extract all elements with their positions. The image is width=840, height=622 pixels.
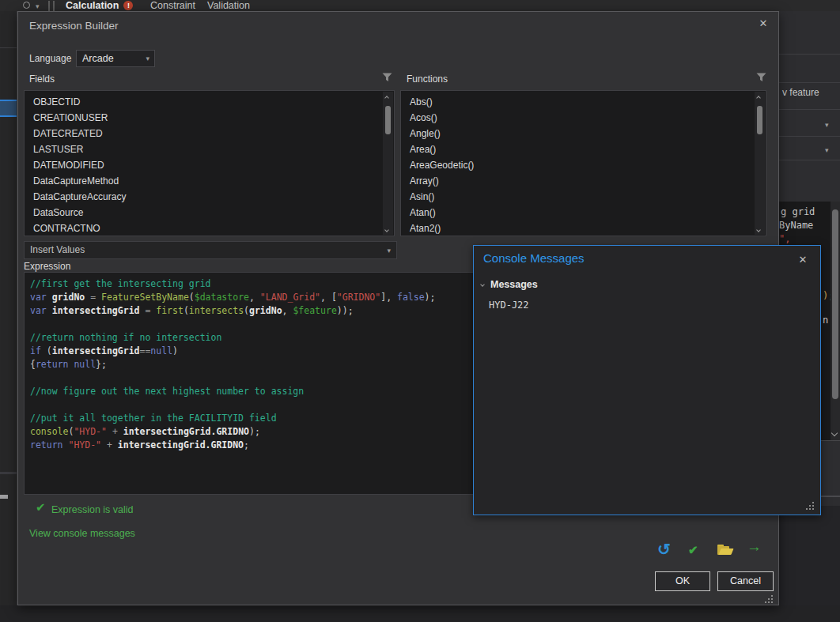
fields-scrollbar[interactable] — [383, 92, 393, 235]
function-item[interactable]: Acos() — [401, 110, 766, 126]
scroll-up-icon[interactable] — [384, 96, 389, 100]
code-fragment: g grid — [781, 206, 815, 217]
background-bottom-area — [0, 605, 840, 622]
fields-filter-icon[interactable] — [382, 73, 392, 82]
divider — [0, 47, 17, 48]
divider — [779, 160, 840, 160]
tab-validation[interactable]: Validation — [207, 0, 250, 11]
top-toolbar: ▾ Calculation ! Constraint Validation — [0, 0, 840, 11]
field-item[interactable]: DataCaptureMethod — [25, 173, 394, 189]
validation-status: Expression is valid — [51, 504, 134, 515]
field-item[interactable]: CREATIONUSER — [25, 110, 394, 126]
scrollbar-thumb[interactable] — [832, 209, 838, 399]
function-item[interactable]: Abs() — [401, 94, 766, 110]
insert-values-placeholder: Insert Values — [30, 244, 85, 255]
language-value: Arcade — [82, 53, 114, 64]
console-message-list: HYD-J22 — [474, 298, 820, 312]
console-window-title: Console Messages — [483, 251, 585, 265]
field-item[interactable]: DataSource — [25, 205, 394, 221]
field-item[interactable]: OBJECTID — [25, 94, 394, 110]
tab-label: Constraint — [150, 1, 195, 11]
undo-icon[interactable]: ↺ — [657, 540, 671, 559]
language-select[interactable]: Arcade ▾ — [76, 50, 155, 67]
view-console-messages-link[interactable]: View console messages — [29, 528, 135, 539]
console-message[interactable]: HYD-J22 — [474, 298, 820, 312]
scroll-down-icon[interactable] — [384, 228, 389, 232]
resize-grip[interactable] — [806, 502, 815, 511]
record-circle-icon[interactable] — [23, 2, 30, 9]
function-item[interactable]: Atan2() — [401, 221, 766, 236]
field-item[interactable]: CONTRACTNO — [25, 221, 394, 236]
divider — [779, 136, 840, 137]
function-item[interactable]: Asin() — [401, 189, 766, 205]
field-item[interactable]: LASTUSER — [25, 141, 394, 157]
cancel-button[interactable]: Cancel — [717, 571, 774, 591]
scrollbar-thumb[interactable] — [757, 106, 762, 134]
combo-caret-icon[interactable]: ▾ — [825, 147, 829, 154]
messages-group-label: Messages — [490, 279, 538, 290]
tab-constraint[interactable]: Constraint — [150, 0, 195, 11]
divider — [779, 82, 840, 83]
verify-check-icon[interactable]: ✔ — [688, 543, 698, 557]
scroll-down-icon[interactable] — [756, 228, 761, 232]
insert-values-select[interactable]: Insert Values ▾ — [24, 241, 397, 259]
messages-group-header[interactable]: Messages — [481, 279, 538, 290]
feature-text-fragment: v feature — [782, 87, 819, 98]
function-item[interactable]: Atan() — [401, 205, 766, 221]
separator — [48, 1, 50, 11]
expression-label: Expression — [24, 261, 70, 272]
dropdown-caret-icon[interactable]: ▾ — [36, 3, 40, 10]
background-scrollbar[interactable] — [831, 202, 840, 440]
function-item[interactable]: Angle() — [401, 126, 766, 141]
tab-calculation[interactable]: Calculation ! — [66, 0, 133, 11]
scrollbar-thumb[interactable] — [385, 106, 391, 134]
code-fragment: ); — [823, 290, 831, 301]
selected-rule-row[interactable] — [0, 100, 17, 117]
tab-label: Calculation — [66, 1, 119, 11]
ok-button[interactable]: OK — [655, 571, 710, 591]
fields-list: OBJECTIDCREATIONUSERDATECREATEDLASTUSERD… — [24, 90, 395, 236]
function-item[interactable]: AreaGeodetic() — [401, 157, 766, 173]
export-arrow-icon[interactable]: → — [747, 538, 762, 556]
functions-label: Functions — [407, 74, 448, 85]
chevron-down-icon — [480, 282, 485, 287]
functions-scrollbar[interactable] — [755, 92, 765, 235]
code-fragment: n — [823, 315, 828, 326]
dialog-title: Expression Builder — [29, 20, 119, 32]
close-icon[interactable]: ✕ — [754, 16, 773, 32]
chevron-down-icon: ▾ — [146, 55, 149, 62]
chevron-down-icon: ▾ — [387, 247, 391, 254]
divider — [779, 109, 840, 110]
open-folder-icon[interactable] — [717, 545, 732, 555]
valid-check-icon: ✔ — [36, 500, 46, 515]
resize-grip[interactable] — [765, 595, 774, 605]
field-item[interactable]: DataCaptureAccuracy — [25, 189, 394, 205]
console-messages-window: Console Messages ✕ Messages HYD-J22 — [473, 245, 821, 515]
background-fill — [779, 506, 840, 622]
splitter-handle[interactable] — [0, 495, 8, 499]
functions-list: Abs()Acos()Angle()Area()AreaGeodetic()Ar… — [400, 90, 766, 236]
language-label: Language — [29, 53, 71, 64]
divider — [0, 472, 17, 474]
tab-label: Validation — [207, 1, 250, 11]
scroll-down-icon[interactable] — [831, 430, 838, 436]
combo-caret-icon[interactable]: ▾ — [825, 122, 829, 129]
separator — [53, 1, 55, 11]
error-badge-icon: ! — [123, 1, 133, 10]
function-item[interactable]: Area() — [401, 141, 766, 157]
close-icon[interactable]: ✕ — [793, 252, 812, 268]
divider — [779, 54, 840, 55]
scroll-up-icon[interactable] — [756, 96, 761, 100]
code-fragment: ", — [779, 233, 790, 244]
field-item[interactable]: DATECREATED — [25, 126, 394, 141]
functions-filter-icon[interactable] — [756, 73, 766, 82]
fields-label: Fields — [29, 74, 55, 85]
field-item[interactable]: DATEMODIFIED — [25, 157, 394, 173]
function-item[interactable]: Array() — [401, 173, 766, 189]
code-fragment: ByName — [779, 220, 813, 231]
